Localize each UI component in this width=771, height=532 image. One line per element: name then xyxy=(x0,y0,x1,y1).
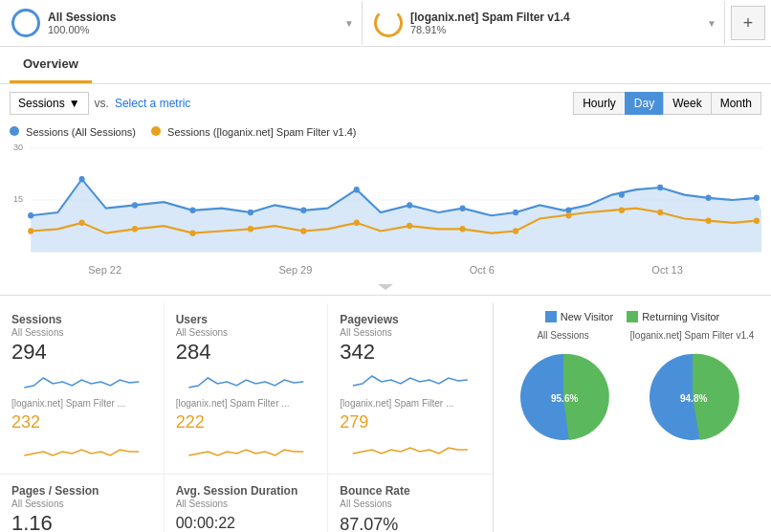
metric-value-bounce-rate: 87.07% xyxy=(340,511,481,532)
metric-sub-label-users: [loganix.net] Spam Filter ... xyxy=(176,398,317,409)
pie-legend-returning-label: Returning Visitor xyxy=(642,311,719,322)
svg-text:30: 30 xyxy=(13,142,23,152)
orange-dot xyxy=(407,223,412,230)
tab-bar: Overview xyxy=(0,47,771,84)
orange-dot xyxy=(460,226,466,233)
pie-chart-spam-filter: [loganix.net] Spam Filter v1.4 94.8% xyxy=(630,330,755,453)
sparkline-sessions-orange xyxy=(11,434,152,461)
blue-dot xyxy=(354,187,360,193)
x-label-sep29: Sep 29 xyxy=(278,264,312,276)
pie1-title: All Sessions xyxy=(511,330,616,341)
dropdown-arrow-icon: ▼ xyxy=(69,97,80,110)
orange-dot xyxy=(754,217,760,224)
segment2-arrow-icon: ▼ xyxy=(707,18,716,29)
time-btn-hourly[interactable]: Hourly xyxy=(573,92,626,115)
pie-chart-all-sessions: All Sessions 95.6% xyxy=(511,330,616,453)
metric-label-bounce-rate: Bounce Rate xyxy=(340,484,481,498)
blue-dot xyxy=(513,210,518,216)
metric-label-pageviews: Pageviews xyxy=(340,313,481,326)
all-sessions-icon xyxy=(11,9,40,37)
pie1-svg: 95.6% xyxy=(511,344,616,450)
metric-value-avg-duration: 00:00:22 xyxy=(176,511,317,532)
x-label-oct6: Oct 6 xyxy=(470,264,495,276)
blue-dot xyxy=(407,202,412,209)
orange-dot xyxy=(79,220,85,227)
blue-dot xyxy=(706,195,712,202)
metric-label-sessions: Sessions xyxy=(11,313,152,326)
metric-sublabel-pageviews: All Sessions xyxy=(340,327,481,338)
sessions-dropdown-label: Sessions xyxy=(18,97,65,110)
metric-card-pageviews: Pageviews All Sessions 342 [loganix.net]… xyxy=(328,303,493,475)
pie1-pct-text: 95.6% xyxy=(551,393,578,404)
metric-label-avg-duration: Avg. Session Duration xyxy=(176,484,317,498)
blue-dot xyxy=(300,208,306,214)
legend-orange: Sessions ([loganix.net] Spam Filter v1.4… xyxy=(151,126,357,138)
segment2-title: [loganix.net] Spam Filter v1.4 xyxy=(410,11,570,24)
metric-sub-value-sessions: 232 xyxy=(11,412,152,432)
pie-legend-returning-box xyxy=(627,311,638,322)
blue-dot xyxy=(754,195,760,202)
scroll-indicator xyxy=(0,277,771,295)
metric-card-bounce-rate: Bounce Rate All Sessions 87.07% [loganix… xyxy=(328,475,493,532)
orange-dot xyxy=(619,208,625,214)
metric-label-pages-session: Pages / Session xyxy=(11,484,152,498)
sparkline-pageviews-blue xyxy=(340,368,481,395)
segment-spam-filter[interactable]: [loganix.net] Spam Filter v1.4 78.91% ▼ xyxy=(363,1,725,45)
blue-dot xyxy=(28,212,33,219)
orange-dot xyxy=(513,228,518,234)
metric-value-pageviews: 342 xyxy=(340,340,481,365)
x-label-oct13: Oct 13 xyxy=(651,264,682,276)
pie-legend-returning: Returning Visitor xyxy=(627,311,719,322)
pie-legend: New Visitor Returning Visitor xyxy=(503,311,761,322)
segment1-title: All Sessions xyxy=(48,11,116,24)
time-buttons: Hourly Day Week Month xyxy=(574,92,761,115)
select-metric-link[interactable]: Select a metric xyxy=(115,97,190,110)
sparkline-pageviews-orange xyxy=(340,434,481,461)
pie-charts-row: All Sessions 95.6% [loganix.net] Spam Fi… xyxy=(503,330,761,453)
orange-dot xyxy=(28,228,33,234)
metrics-grid: Sessions All Sessions 294 [loganix.net] … xyxy=(0,303,494,532)
orange-dot xyxy=(189,230,195,236)
metrics-section: Sessions All Sessions 294 [loganix.net] … xyxy=(0,295,771,532)
sparkline-sessions-blue xyxy=(11,368,152,395)
blue-dot xyxy=(619,191,625,198)
segment-all-sessions[interactable]: All Sessions 100.00% ▼ xyxy=(0,1,363,45)
blue-area-fill xyxy=(31,179,761,252)
metric-card-users: Users All Sessions 284 [loganix.net] Spa… xyxy=(165,303,329,475)
orange-dot xyxy=(657,210,663,216)
spam-filter-icon xyxy=(374,9,403,37)
sessions-dropdown[interactable]: Sessions ▼ xyxy=(10,92,89,115)
pie-section: New Visitor Returning Visitor All Sessio… xyxy=(494,303,771,532)
blue-dot xyxy=(79,176,85,183)
metric-value-pages-session: 1.16 xyxy=(11,511,152,532)
pie-legend-new-box xyxy=(545,311,557,322)
metric-sub-value-users: 222 xyxy=(176,412,317,432)
header-bar: All Sessions 100.00% ▼ [loganix.net] Spa… xyxy=(0,0,771,47)
orange-dot xyxy=(132,226,138,233)
pie-legend-new-label: New Visitor xyxy=(561,311,613,322)
time-btn-day[interactable]: Day xyxy=(625,92,664,115)
legend-blue-dot xyxy=(10,126,19,136)
blue-dot xyxy=(189,208,195,214)
metric-card-avg-duration: Avg. Session Duration All Sessions 00:00… xyxy=(165,475,329,532)
metric-sub-label-pageviews: [loganix.net] Spam Filter ... xyxy=(340,398,481,409)
chart-svg: 30 15 xyxy=(10,138,761,262)
orange-dot xyxy=(565,212,571,219)
time-btn-week[interactable]: Week xyxy=(663,92,711,115)
blue-dot xyxy=(460,205,466,211)
metric-value-sessions: 294 xyxy=(11,340,152,365)
metric-card-sessions: Sessions All Sessions 294 [loganix.net] … xyxy=(0,303,165,475)
metric-sub-value-pageviews: 279 xyxy=(340,412,481,432)
legend-blue-label: Sessions (All Sessions) xyxy=(26,126,136,138)
add-segment-button[interactable]: + xyxy=(731,6,765,40)
time-btn-month[interactable]: Month xyxy=(711,92,761,115)
orange-dot xyxy=(354,220,360,227)
tab-overview[interactable]: Overview xyxy=(10,47,92,83)
chart-legend: Sessions (All Sessions) Sessions ([logan… xyxy=(0,122,771,138)
pie2-title: [loganix.net] Spam Filter v1.4 xyxy=(630,330,755,341)
segment2-info: [loganix.net] Spam Filter v1.4 78.91% xyxy=(410,11,570,35)
blue-dot xyxy=(657,185,663,191)
segment1-info: All Sessions 100.00% xyxy=(48,11,116,35)
legend-orange-label: Sessions ([loganix.net] Spam Filter v1.4… xyxy=(167,126,356,138)
scroll-triangle-icon xyxy=(378,284,393,290)
